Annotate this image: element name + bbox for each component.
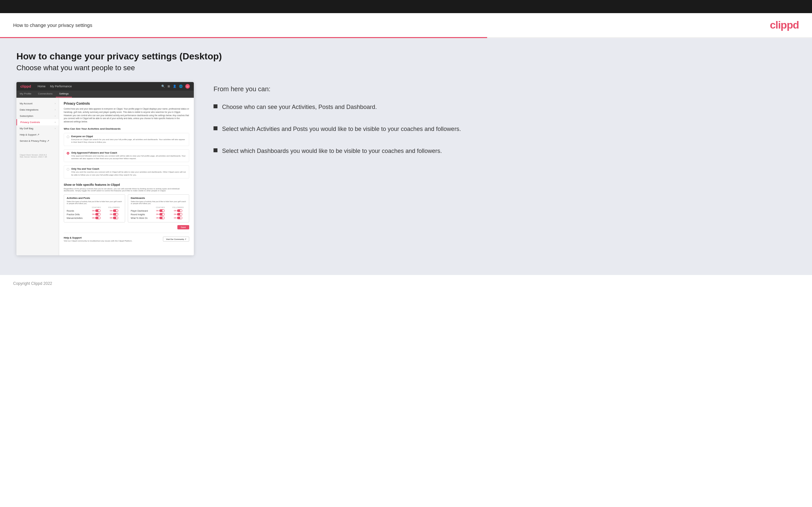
practice-followers-toggle-switch[interactable] xyxy=(113,213,118,216)
work-coaches-toggle[interactable]: ON xyxy=(152,217,168,219)
sidebar-item-help[interactable]: Help & Support ↗ xyxy=(16,131,59,138)
app-body: My Account › Data Integrations › Subscri… xyxy=(16,98,194,255)
what-to-work-on-row: What To Work On ON ON xyxy=(131,217,186,219)
sidebar-label-privacy-policy: Service & Privacy Policy ↗ xyxy=(20,139,49,143)
app-tabs: My Profile Connections Settings xyxy=(16,91,194,98)
help-section: Help & Support Visit our Clippd communit… xyxy=(64,233,189,242)
rounds-label: Rounds xyxy=(67,210,87,212)
player-dashboard-label: Player Dashboard xyxy=(131,210,151,212)
sidebar-item-golf-bag[interactable]: My Golf Bag › xyxy=(16,125,59,131)
help-text: Help & Support Visit our Clippd communit… xyxy=(64,236,133,242)
insights-followers-toggle[interactable]: ON xyxy=(170,213,186,216)
save-button[interactable]: Save xyxy=(177,225,189,229)
coaches-header2: COACHES xyxy=(152,207,168,208)
insights-followers-toggle-switch[interactable] xyxy=(177,213,182,216)
sidebar-label-subscription: Subscription xyxy=(20,115,33,117)
sidebar-item-data-integrations[interactable]: Data Integrations › xyxy=(16,107,59,113)
player-coaches-toggle[interactable]: ON xyxy=(152,209,168,212)
sidebar-item-privacy-policy[interactable]: Service & Privacy Policy ↗ xyxy=(16,138,59,144)
bullet-item-3: Select which Dashboards you would like t… xyxy=(213,147,796,156)
page-title: How to change your privacy settings (Des… xyxy=(16,51,796,62)
bullet-item-1: Choose who can see your Activities, Post… xyxy=(213,103,796,112)
chevron-icon: › xyxy=(55,102,55,105)
player-followers-toggle-switch[interactable] xyxy=(177,209,182,212)
insights-coaches-toggle-switch[interactable] xyxy=(159,213,164,216)
chevron-icon: › xyxy=(55,127,55,130)
radio-desc-followers: Only approved followers and coaches you … xyxy=(71,155,186,160)
what-to-work-on-label: What To Work On xyxy=(131,217,151,219)
activities-title: Activities and Posts xyxy=(67,196,122,200)
main-content: How to change your privacy settings (Des… xyxy=(0,38,812,275)
sidebar-item-subscription[interactable]: Subscription › xyxy=(16,113,59,119)
app-nav-links: Home My Performance xyxy=(38,84,71,88)
who-can-see-title: Who Can See Your Activities and Dashboar… xyxy=(64,127,189,130)
manual-activities-label: Manual Activities xyxy=(67,217,87,219)
rounds-followers-toggle[interactable]: ON xyxy=(106,209,122,212)
app-sidebar: My Account › Data Integrations › Subscri… xyxy=(16,98,59,255)
bullet-item-2: Select which Activities and Posts you wo… xyxy=(213,125,796,133)
work-followers-toggle[interactable]: ON xyxy=(170,217,186,219)
tab-connections[interactable]: Connections xyxy=(35,91,56,98)
save-row: Save xyxy=(64,225,189,229)
visit-community-button[interactable]: Visit Our Community ↗ xyxy=(163,237,189,241)
followers-header: FOLLOWERS xyxy=(106,207,122,208)
radio-coach-only[interactable]: Only You and Your Coach Only you and the… xyxy=(64,165,189,178)
tab-settings[interactable]: Settings xyxy=(56,91,72,98)
copyright: Copyright Clippd 2022 xyxy=(13,281,52,286)
player-followers-toggle[interactable]: ON xyxy=(170,209,186,212)
section-desc: Control how you and your data appears to… xyxy=(64,107,189,123)
work-coaches-toggle-switch[interactable] xyxy=(159,217,164,219)
sidebar-version: Clippd Client Version: 2022.8.2SQL Serve… xyxy=(16,151,59,159)
practice-coaches-toggle[interactable]: ON xyxy=(88,213,104,216)
app-main-panel: Privacy Controls Control how you and you… xyxy=(59,98,194,255)
rounds-row: Rounds ON ON xyxy=(67,209,122,212)
radio-circle-followers xyxy=(67,152,69,155)
show-hide-title: Show or hide specific features in Clippd xyxy=(64,183,189,186)
app-nav-icons: 🔍 ⊞ 👤 🌐 U xyxy=(161,84,190,89)
radio-text-coach-only: Only You and Your Coach Only you and the… xyxy=(71,168,186,176)
sidebar-label-help: Help & Support ↗ xyxy=(20,133,39,136)
bullet-text-2: Select which Activities and Posts you wo… xyxy=(222,125,461,133)
rounds-followers-toggle-switch[interactable] xyxy=(113,209,118,212)
globe-icon: 🌐 xyxy=(179,84,183,88)
radio-followers[interactable]: Only Approved Followers and Your Coach O… xyxy=(64,149,189,162)
round-insights-label: Round Insights xyxy=(131,213,151,216)
sidebar-item-my-account[interactable]: My Account › xyxy=(16,100,59,107)
practice-followers-toggle[interactable]: ON xyxy=(106,213,122,216)
tab-my-profile[interactable]: My Profile xyxy=(16,91,35,98)
bullet-text-1: Choose who can see your Activities, Post… xyxy=(222,103,377,112)
manual-coaches-toggle[interactable]: ON xyxy=(88,217,104,219)
dashboards-desc: Select the types of activity that you'd … xyxy=(131,201,186,205)
grid-icon: ⊞ xyxy=(167,84,170,88)
help-desc: Visit our Clippd community to troublesho… xyxy=(64,240,133,242)
radio-desc-everyone: Everyone on Clippd can search for you an… xyxy=(71,138,186,144)
player-coaches-toggle-switch[interactable] xyxy=(159,209,164,212)
clippd-logo: clippd xyxy=(770,19,799,31)
practice-coaches-toggle-switch[interactable] xyxy=(95,213,101,216)
manual-followers-toggle[interactable]: ON xyxy=(106,217,122,219)
radio-everyone[interactable]: Everyone on Clippd Everyone on Clippd ca… xyxy=(64,133,189,146)
footer: Copyright Clippd 2022 xyxy=(0,275,812,291)
radio-label-everyone: Everyone on Clippd xyxy=(71,135,186,137)
help-title: Help & Support xyxy=(64,236,133,239)
empty-col2 xyxy=(131,207,151,208)
work-followers-toggle-switch[interactable] xyxy=(177,217,182,219)
content-layout: clippd Home My Performance 🔍 ⊞ 👤 🌐 U My … xyxy=(16,82,796,255)
top-bar xyxy=(0,0,812,13)
app-logo: clippd xyxy=(20,84,31,88)
from-here-title: From here you can: xyxy=(213,85,796,93)
chevron-icon: › xyxy=(55,109,55,111)
radio-label-followers: Only Approved Followers and Your Coach xyxy=(71,152,186,154)
bullet-marker-1 xyxy=(213,104,217,108)
activities-card: Activities and Posts Select the types of… xyxy=(64,194,125,223)
user-icon: 👤 xyxy=(173,84,176,88)
sidebar-item-privacy-controls[interactable]: Privacy Controls › xyxy=(16,119,59,125)
manual-coaches-toggle-switch[interactable] xyxy=(95,217,101,219)
player-dashboard-row: Player Dashboard ON ON xyxy=(131,209,186,212)
rounds-coaches-toggle[interactable]: ON xyxy=(88,209,104,212)
rounds-coaches-toggle-switch[interactable] xyxy=(95,209,101,212)
manual-followers-toggle-switch[interactable] xyxy=(113,217,118,219)
round-insights-row: Round Insights ON ON xyxy=(131,213,186,216)
insights-coaches-toggle[interactable]: ON xyxy=(152,213,168,216)
feature-grid: Activities and Posts Select the types of… xyxy=(64,194,189,223)
